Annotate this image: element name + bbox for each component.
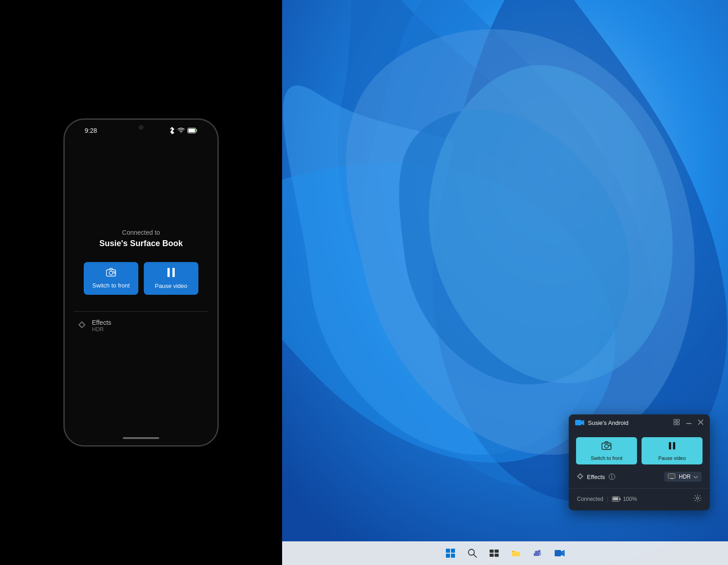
right-panel: Susie's Android [282,0,728,565]
popup-pause-video-label: Pause video [658,455,686,461]
phone-pause-video-label: Pause video [155,282,187,289]
desktop-popup: Susie's Android [569,414,710,510]
bluetooth-icon [169,127,175,134]
popup-hdr-select[interactable]: HDR [664,472,702,482]
popup-hdr-display-icon [668,474,676,480]
taskbar-task-view-button[interactable] [484,543,504,563]
popup-effects-left: Effects i [577,473,615,481]
svg-rect-21 [673,442,675,449]
phone-link-icon [555,549,565,557]
windows-taskbar [282,541,728,565]
popup-battery-icon [612,496,621,502]
svg-rect-18 [602,443,611,449]
popup-effects-info-icon: i [609,474,615,480]
phone-effects-row: Effects HDR [74,319,208,333]
popup-settings-button[interactable] [693,494,702,504]
popup-action-buttons: Switch to front Pause video [576,437,703,464]
effects-hdr-label: HDR [92,326,111,333]
phone-switch-front-button[interactable]: Switch to front [84,262,138,295]
svg-rect-13 [674,423,676,425]
phone-action-buttons: Switch to front Pause video [84,262,198,295]
popup-connected-label: Connected [577,496,603,502]
popup-switch-front-icon [601,441,612,453]
wifi-icon [177,128,185,133]
phone-screen: 9:28 [65,120,217,445]
svg-point-3 [195,130,197,132]
svg-rect-38 [495,554,499,557]
phone-status-icons [169,127,197,134]
svg-marker-43 [561,550,565,556]
battery-status-icon [187,128,197,133]
popup-effects-diamond-icon [577,473,583,481]
popup-camera-icon [575,419,584,426]
svg-point-19 [605,444,608,448]
taskbar-start-button[interactable] [440,543,460,563]
phone-time: 9:28 [85,127,97,134]
phone-pause-video-button[interactable]: Pause video [144,262,198,295]
taskbar-search-button[interactable] [462,543,482,563]
popup-hdr-chevron-icon [693,474,698,479]
svg-rect-11 [674,419,676,422]
svg-rect-23 [669,474,674,478]
svg-rect-9 [575,420,581,425]
svg-rect-32 [451,554,455,558]
phone-home-bar [123,437,159,439]
svg-rect-1 [188,129,195,132]
popup-battery-percentage: 100% [623,496,637,502]
taskbar-file-explorer-button[interactable] [506,543,526,563]
popup-pause-icon [667,441,677,453]
file-explorer-icon [511,548,521,558]
effects-text: Effects HDR [92,319,111,333]
effects-diamond-icon [78,321,86,330]
svg-rect-24 [671,479,673,479]
svg-rect-36 [495,550,499,553]
pause-icon [167,267,176,280]
phone-connected-area: Connected to Susie's Surface Book [74,134,208,445]
svg-rect-26 [613,497,618,500]
popup-minimize-button[interactable] [686,419,692,426]
svg-rect-20 [669,442,671,449]
phone-switch-front-label: Switch to front [92,282,130,289]
svg-rect-31 [446,554,450,558]
popup-hdr-label: HDR [679,474,691,480]
popup-title-text: Susie's Android [588,419,628,426]
popup-footer-divider: | [607,496,608,502]
search-icon [467,548,477,558]
switch-camera-icon [106,268,116,279]
svg-rect-14 [677,423,679,425]
phone-divider [74,311,208,312]
taskbar-teams-button[interactable] [528,543,548,563]
popup-content: Switch to front Pause video [569,431,710,510]
svg-rect-30 [451,549,455,553]
svg-rect-4 [106,270,116,276]
phone-camera [139,125,143,130]
phone-status-bar: 9:28 [74,120,208,134]
effects-title: Effects [92,319,111,326]
svg-rect-35 [490,550,494,553]
popup-title-left: Susie's Android [575,419,628,426]
popup-switch-front-button[interactable]: Switch to front [576,437,637,464]
svg-rect-39 [512,552,520,556]
phone-mockup: 9:28 [64,119,218,446]
popup-titlebar: Susie's Android [569,414,710,431]
svg-marker-10 [581,420,584,425]
popup-footer: Connected | 100% [576,494,703,504]
svg-point-28 [697,497,699,499]
svg-rect-37 [490,554,494,557]
svg-rect-7 [172,268,175,277]
popup-divider [569,488,710,489]
svg-rect-42 [555,550,561,556]
popup-effects-label: Effects [587,474,605,480]
svg-line-34 [474,555,476,557]
popup-switch-front-label: Switch to front [591,455,622,461]
popup-snap-button[interactable] [673,419,680,426]
popup-close-button[interactable] [698,419,703,426]
popup-pause-video-button[interactable]: Pause video [642,437,703,464]
popup-title-controls [673,419,703,426]
phone-device-name: Susie's Surface Book [99,239,182,248]
left-panel: 9:28 [0,0,282,565]
task-view-icon [489,548,499,558]
popup-footer-left: Connected | 100% [577,496,637,502]
taskbar-phone-link-button[interactable] [550,543,570,563]
svg-rect-6 [167,268,170,277]
